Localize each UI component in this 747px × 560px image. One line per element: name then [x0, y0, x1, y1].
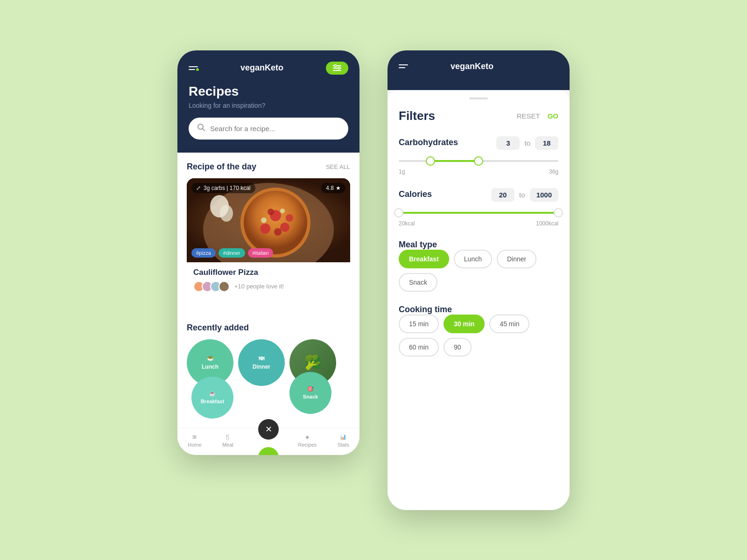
filter-toggle-button[interactable] — [326, 62, 348, 75]
recipe-section-title: Recipe of the day — [187, 162, 256, 172]
filters-header: Filters RESET GO — [399, 109, 558, 123]
logo-keto: Keto — [265, 63, 283, 72]
chip-15min[interactable]: 15 min — [399, 315, 439, 333]
go-button[interactable]: GO — [548, 112, 558, 120]
svg-rect-2 — [333, 70, 341, 71]
meal-type-chips: Breakfast Lunch Dinner Snack — [399, 250, 558, 292]
carbohydrates-section: Carbohydrates 3 to 18 1g 36g — [399, 136, 558, 175]
nav-stats[interactable]: 📊 Stats — [338, 434, 349, 448]
carbs-thumb-right[interactable] — [474, 156, 483, 166]
reset-button[interactable]: RESET — [517, 112, 540, 120]
calories-fill — [399, 212, 558, 214]
breakfast-bubble[interactable]: ☕ Breakfast — [191, 377, 233, 419]
filter-sliders-icon — [332, 64, 342, 72]
chip-90[interactable]: 90 — [444, 338, 472, 357]
filters-actions: RESET GO — [517, 112, 558, 120]
svg-line-8 — [203, 128, 205, 131]
chip-lunch[interactable]: Lunch — [454, 250, 492, 268]
chip-breakfast[interactable]: Breakfast — [399, 250, 449, 268]
recently-section-title: Recently added — [187, 323, 249, 333]
breakfast-icon: ☕ — [209, 391, 216, 397]
nav-recipes[interactable]: ◈ Recipes — [298, 434, 317, 448]
recipe-card[interactable]: ⤢ 3g carbs | 170 kcal 4.8 ★ #pizza #dinn… — [187, 178, 350, 299]
share-icon: ⤢ — [196, 185, 201, 191]
filters-sheet: Filters RESET GO Carbohydrates 3 to 18 — [388, 90, 570, 510]
screens-container: veganKeto Recipes Looking — [177, 50, 570, 510]
svg-point-18 — [286, 214, 293, 222]
tag-italian[interactable]: #italian — [248, 248, 274, 258]
logo-left: veganKeto — [240, 63, 283, 73]
recipe-name: Cauliflower Pizza — [193, 268, 344, 277]
svg-point-15 — [260, 224, 270, 234]
cooking-time-section: Cooking time 15 min 30 min 45 min 60 min… — [399, 305, 558, 357]
carbs-range-min: 1g — [399, 168, 405, 175]
breakfast-label: Breakfast — [201, 399, 224, 404]
recipe-section-header: Recipe of the day SEE ALL — [187, 162, 350, 172]
calories-label: Calories — [399, 189, 432, 199]
people-count: +10 people love it! — [234, 283, 284, 290]
chip-60min[interactable]: 60 min — [399, 338, 439, 357]
fab-close-button[interactable]: ✕ — [258, 419, 279, 440]
calories-section: Calories 20 to 1000 20kcal 1000kcal — [399, 188, 558, 227]
calories-range-min: 20kcal — [399, 220, 415, 227]
fab-back-button[interactable]: ← — [258, 447, 279, 455]
snack-icon: 🎯 — [307, 386, 314, 392]
search-input[interactable] — [210, 125, 340, 133]
tag-dinner[interactable]: #dinner — [218, 248, 245, 258]
recipes-title-row: Recipes — [189, 84, 348, 99]
chip-30min[interactable]: 30 min — [444, 315, 485, 333]
carbs-min-val: 3 — [496, 136, 520, 150]
left-phone: veganKeto Recipes Looking — [177, 50, 359, 455]
meal-type-label: Meal type — [399, 240, 437, 249]
carbs-slider-labels: 1g 36g — [399, 168, 558, 175]
sheet-handle — [469, 98, 488, 99]
meal-label: Meal — [222, 442, 233, 448]
hamburger-menu-right[interactable] — [399, 64, 408, 68]
logo-right: veganKeto — [451, 62, 493, 71]
calories-min-val: 20 — [491, 188, 514, 202]
tag-pizza[interactable]: #pizza — [191, 248, 216, 258]
see-all-button[interactable]: SEE ALL — [326, 163, 350, 170]
calories-thumb-left[interactable] — [394, 208, 403, 217]
right-phone: veganKeto Filters RESET GO Carbohydrates — [388, 50, 570, 510]
search-bar[interactable] — [189, 118, 348, 140]
nav-home[interactable]: ⊞ Home — [188, 434, 201, 448]
bottom-nav: ⊞ Home 🍴 Meal ◈ Recipes 📊 Stats ✕ ← — [177, 428, 359, 455]
snack-bubble[interactable]: 🎯 Snack — [289, 372, 331, 414]
recipe-people: +10 people love it! — [193, 281, 344, 292]
avatar-list — [193, 281, 227, 292]
home-label: Home — [188, 442, 201, 448]
calories-to: to — [519, 191, 525, 199]
nav-bar-right: veganKeto — [399, 62, 558, 71]
calories-slider-labels: 20kcal 1000kcal — [399, 220, 558, 227]
circle-dinner-content: 🍽 Dinner — [238, 339, 285, 386]
recipe-meta-badge: ⤢ 3g carbs | 170 kcal — [191, 183, 255, 193]
chip-snack[interactable]: Snack — [399, 273, 437, 292]
hamburger-menu[interactable] — [189, 66, 198, 70]
recipe-info: Cauliflower Pizza +10 people love it! — [187, 262, 350, 299]
recipes-heading: Recipes — [189, 84, 239, 99]
calories-thumb-right[interactable] — [554, 208, 563, 217]
chip-dinner[interactable]: Dinner — [497, 250, 536, 268]
nav-meal[interactable]: 🍴 Meal — [222, 434, 233, 448]
rating-badge: 4.8 ★ — [321, 183, 345, 193]
svg-point-22 — [220, 205, 233, 222]
carbs-thumb-left[interactable] — [426, 156, 435, 166]
carbs-to: to — [524, 139, 530, 147]
food-img-icon: 🥦 — [304, 354, 322, 371]
calories-slider[interactable] — [399, 208, 558, 217]
carbs-fill — [430, 160, 479, 162]
stats-label: Stats — [338, 442, 349, 448]
circle-dinner[interactable]: 🍽 Dinner — [238, 339, 285, 386]
svg-point-17 — [268, 209, 274, 215]
svg-point-19 — [261, 217, 267, 223]
carbohydrates-range-inputs: 3 to 18 — [496, 136, 558, 150]
calories-max-val: 1000 — [530, 188, 558, 202]
chip-45min[interactable]: 45 min — [489, 315, 529, 333]
dinner-label: Dinner — [253, 364, 270, 370]
carbs-range-max: 36g — [549, 168, 558, 175]
carbs-slider[interactable] — [399, 156, 558, 166]
recipes-nav-icon: ◈ — [305, 434, 309, 440]
logo-right-vegan: vegan — [451, 62, 475, 71]
svg-point-6 — [338, 67, 340, 69]
